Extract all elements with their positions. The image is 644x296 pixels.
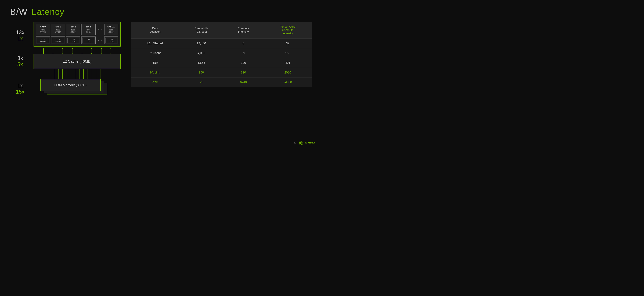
sm-box-0: SM 0 regs(256k)	[36, 24, 50, 35]
l1-box-107: L1$(192k)	[104, 36, 118, 44]
sm-0-regs: regs(256k)	[40, 29, 46, 33]
table-row: L2 Cache 4,000 39 156	[131, 48, 312, 58]
bi-arrow-4	[72, 48, 73, 54]
cell-bandwidth-2: 1,555	[180, 58, 224, 68]
arrow-down-5	[81, 53, 83, 54]
data-table: DataLocation Bandwidth(GB/sec) ComputeIn…	[131, 22, 312, 87]
table-row: L1 / Shared 19,400 8 32	[131, 39, 312, 48]
arrow-line-5	[82, 49, 82, 53]
nvidia-eye-icon	[299, 141, 304, 145]
sm-dots-1: ⋯	[96, 24, 103, 35]
arrow-up-4	[72, 48, 73, 49]
sm-3-regs: regs(256k)	[86, 29, 91, 33]
conn-2	[58, 69, 58, 79]
conn-4	[66, 69, 67, 79]
sm-107-title: SM 107	[107, 25, 116, 28]
l1-3: L1$(192k)	[82, 38, 94, 43]
label-latency-2: 5x	[17, 61, 23, 67]
conn-9	[88, 69, 88, 79]
l1-box-0: L1$(192k)	[36, 36, 50, 44]
table-row: NVLink 300 520 2080	[131, 68, 312, 78]
sm-regs-row: SM 0 regs(256k) SM 1 regs(256k) SM 2 reg…	[36, 24, 118, 35]
cell-tensor-2: 401	[264, 58, 312, 68]
footer: 80 NVIDIA	[294, 141, 315, 145]
arrow-down-7	[100, 53, 102, 54]
cell-tensor-1: 156	[264, 48, 312, 58]
page: B/W Latency 13x 1x 3x 5x 1x	[0, 0, 322, 148]
arrow-down-4	[72, 53, 73, 54]
table-row: PCIe 25 6240 24960	[131, 78, 312, 87]
label-group-sm: 13x 1x	[10, 29, 30, 42]
cell-tensor-3: 2080	[264, 68, 312, 78]
table-row: HBM 1,555 100 401	[131, 58, 312, 68]
table-header-row: DataLocation Bandwidth(GB/sec) ComputeIn…	[131, 22, 312, 39]
conn-3	[62, 69, 63, 79]
col-header-tensor: Tensor CoreComputeIntensity	[264, 22, 312, 39]
cell-location-1: L2 Cache	[131, 48, 180, 58]
label-bw-1: 13x	[16, 29, 24, 35]
label-group-l2: 3x 5x	[10, 55, 30, 67]
label-bw-3: 1x	[17, 83, 23, 89]
conn-11	[96, 69, 96, 79]
cell-compute-2: 100	[223, 58, 264, 68]
diagram-wrapper: SM 0 regs(256k) SM 1 regs(256k) SM 2 reg…	[34, 22, 121, 98]
svg-point-0	[301, 143, 302, 144]
sm-3-title: SM 3	[86, 25, 91, 28]
bi-arrow-3	[62, 48, 64, 54]
col-header-location: DataLocation	[131, 22, 180, 39]
sm-107-regs: regs(256k)	[108, 29, 114, 33]
l1-box-1: L1$(192k)	[51, 36, 65, 44]
main-content: 13x 1x 3x 5x 1x 15x	[10, 22, 312, 98]
arrow-line-3	[62, 49, 63, 53]
arrow-down-3	[62, 53, 64, 54]
l1-box-2: L1$(192k)	[66, 36, 80, 44]
cell-location-2: HBM	[131, 58, 180, 68]
arrow-up-6	[91, 48, 92, 49]
arrows-sm-l2	[37, 46, 118, 54]
table-section: DataLocation Bandwidth(GB/sec) ComputeIn…	[131, 22, 312, 87]
l1-box-3: L1$(192k)	[81, 36, 96, 44]
l1-1: L1$(192k)	[52, 38, 64, 43]
connector-lines	[52, 69, 102, 79]
l2-cache-box: L2 Cache (40MB)	[34, 54, 121, 69]
cell-compute-1: 39	[223, 48, 264, 58]
cell-compute-0: 8	[223, 39, 264, 48]
arrow-up-7	[100, 48, 102, 49]
cell-bandwidth-0: 19,400	[180, 39, 224, 48]
conn-8	[83, 69, 84, 79]
arrow-line-4	[72, 49, 72, 53]
arrow-down-6	[91, 53, 92, 54]
sm-box-107: SM 107 regs(256k)	[104, 24, 118, 35]
l2-label: L2 Cache (40MB)	[63, 59, 92, 63]
conn-1	[54, 69, 54, 79]
side-labels: 13x 1x 3x 5x 1x 15x	[10, 22, 30, 98]
cell-tensor-0: 32	[264, 39, 312, 48]
bi-arrow-7	[100, 48, 102, 54]
hbm-label: HBM Memory (80GB)	[54, 83, 86, 87]
label-latency-1: 1x	[17, 35, 23, 42]
sm-0-title: SM 0	[40, 25, 46, 28]
l1-0: L1$(192k)	[37, 38, 49, 43]
arrow-line-1	[43, 49, 44, 53]
arrow-up-3	[62, 48, 64, 49]
cell-location-0: L1 / Shared	[131, 39, 180, 48]
label-bw-2: 3x	[17, 55, 23, 61]
arrow-up-8	[110, 48, 112, 49]
bi-arrow-8	[110, 48, 112, 54]
label-group-hbm: 1x 15x	[10, 83, 30, 95]
cell-location-3: NVLink	[131, 68, 180, 78]
nvidia-logo: NVIDIA	[299, 141, 315, 145]
arrow-up-1	[43, 48, 44, 49]
l1-2: L1$(192k)	[68, 38, 79, 43]
hbm-box-front: HBM Memory (80GB)	[40, 79, 100, 91]
conn-10	[92, 69, 92, 79]
sm-box-1: SM 1 regs(256k)	[51, 24, 65, 35]
arrow-line-6	[92, 49, 92, 53]
arrow-line-7	[101, 49, 102, 53]
sm-2-title: SM 2	[70, 25, 76, 28]
cell-bandwidth-1: 4,000	[180, 48, 224, 58]
nvidia-label: NVIDIA	[306, 141, 315, 144]
hbm-stack: HBM Memory (80GB)	[40, 79, 111, 97]
header-latency: Latency	[32, 7, 64, 17]
arrow-down-1	[43, 53, 44, 54]
